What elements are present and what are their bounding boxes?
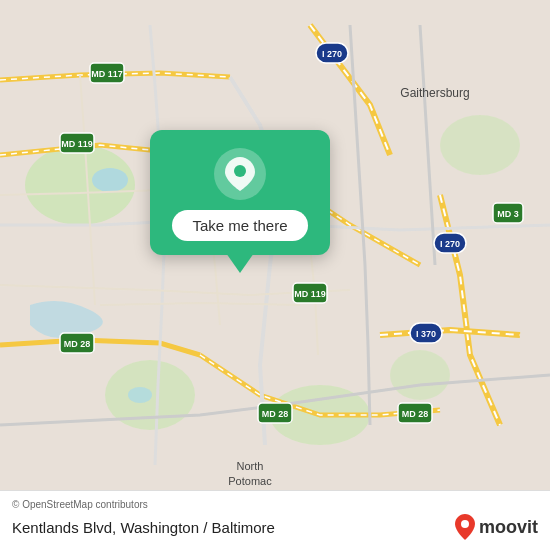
- svg-text:North: North: [237, 460, 264, 472]
- osm-attribution: © OpenStreetMap contributors: [12, 499, 538, 510]
- svg-text:Gaithersburg: Gaithersburg: [400, 86, 469, 100]
- svg-point-30: [234, 165, 246, 177]
- map-roads: MD 117 I 270 I 270 MD 119 MD 119 MD 28 M…: [0, 0, 550, 550]
- svg-point-31: [461, 520, 469, 528]
- svg-point-3: [440, 115, 520, 175]
- svg-point-5: [92, 168, 128, 192]
- svg-text:MD 117: MD 117: [91, 69, 123, 79]
- svg-text:I 370: I 370: [416, 329, 436, 339]
- svg-text:Potomac: Potomac: [228, 475, 272, 487]
- take-me-there-button[interactable]: Take me there: [172, 210, 307, 241]
- location-name: Kentlands Blvd, Washington / Baltimore: [12, 519, 275, 536]
- svg-text:MD 119: MD 119: [294, 289, 326, 299]
- svg-point-6: [128, 387, 152, 403]
- location-icon-circle: [214, 148, 266, 200]
- moovit-text: moovit: [479, 517, 538, 538]
- moovit-pin-icon: [455, 514, 475, 540]
- pin-icon: [225, 157, 255, 191]
- svg-text:MD 28: MD 28: [262, 409, 289, 419]
- map-container: MD 117 I 270 I 270 MD 119 MD 119 MD 28 M…: [0, 0, 550, 550]
- svg-text:MD 3: MD 3: [497, 209, 519, 219]
- moovit-logo: moovit: [455, 514, 538, 540]
- svg-text:MD 119: MD 119: [61, 139, 93, 149]
- svg-text:MD 28: MD 28: [64, 339, 91, 349]
- svg-text:I 270: I 270: [440, 239, 460, 249]
- popup-card: Take me there: [150, 130, 330, 255]
- svg-point-4: [390, 350, 450, 400]
- svg-text:I 270: I 270: [322, 49, 342, 59]
- bottom-info: Kentlands Blvd, Washington / Baltimore m…: [12, 514, 538, 540]
- bottom-bar: © OpenStreetMap contributors Kentlands B…: [0, 490, 550, 550]
- svg-text:MD 28: MD 28: [402, 409, 429, 419]
